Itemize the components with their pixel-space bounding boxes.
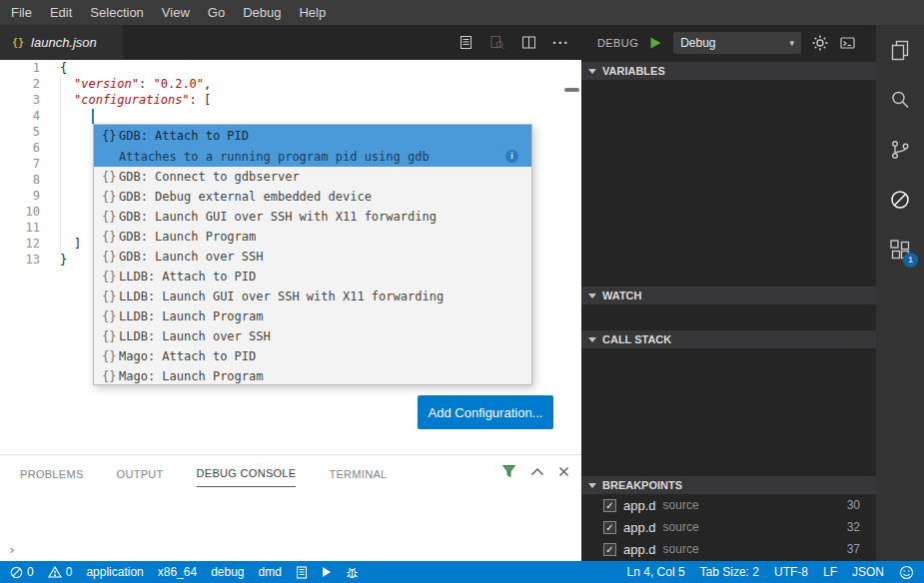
tab-debug-console[interactable]: DEBUG CONSOLE xyxy=(197,457,297,487)
section-variables[interactable]: VARIABLES xyxy=(581,62,876,80)
suggest-item[interactable]: {}GDB: Connect to gdbserver xyxy=(94,167,531,187)
suggest-item[interactable]: {}LLDB: Launch Program xyxy=(94,306,531,326)
status-bar-left: 0 0 application x86_64 debug dmd xyxy=(10,565,359,579)
maximize-panel-icon[interactable] xyxy=(530,467,544,476)
breakpoint-line: 30 xyxy=(847,498,860,512)
suggest-item[interactable]: {}LLDB: Launch over SSH xyxy=(94,326,531,346)
extensions-icon[interactable]: 1 xyxy=(876,225,924,275)
line-number: 13 xyxy=(0,252,40,268)
status-bar-right: Ln 4, Col 5 Tab Size: 2 UTF-8 LF JSON xyxy=(627,565,914,580)
menu-edit[interactable]: Edit xyxy=(41,0,81,25)
run-icon[interactable] xyxy=(322,566,332,578)
filter-icon[interactable] xyxy=(501,464,516,478)
bug-icon[interactable] xyxy=(346,566,359,579)
code-line: "version": "0.2.0", xyxy=(60,76,581,92)
suggest-item[interactable]: {}LLDB: Attach to PID xyxy=(94,267,531,287)
suggest-item[interactable]: {}GDB: Launch Program xyxy=(94,227,531,247)
text-cursor xyxy=(92,109,94,124)
breakpoint-checkbox[interactable]: ✓ xyxy=(603,499,616,512)
start-debug-button[interactable] xyxy=(649,36,662,50)
suggest-widget: {} GDB: Attach to PID Attaches to a runn… xyxy=(93,124,532,385)
suggest-item[interactable]: {}GDB: Launch over SSH xyxy=(94,247,531,267)
tab-terminal[interactable]: TERMINAL xyxy=(329,458,387,487)
cursor-position[interactable]: Ln 4, Col 5 xyxy=(627,565,685,579)
add-configuration-button[interactable]: Add Configuration... xyxy=(418,395,553,429)
debug-icon[interactable] xyxy=(876,175,924,225)
editor[interactable]: 1 2 3 4 5 6 7 8 9 10 11 12 13 { "version… xyxy=(0,60,581,454)
breakpoint-row[interactable]: ✓ app.d source 32 xyxy=(581,516,876,538)
language-mode[interactable]: JSON xyxy=(852,565,884,579)
warning-count[interactable]: 0 xyxy=(48,565,73,579)
feedback-smiley-icon[interactable] xyxy=(899,565,914,580)
bottom-panel: PROBLEMS OUTPUT DEBUG CONSOLE TERMINAL › xyxy=(0,454,581,561)
status-arch[interactable]: x86_64 xyxy=(158,565,197,579)
suggest-label: GDB: Debug external embedded device xyxy=(119,190,372,204)
section-breakpoints[interactable]: BREAKPOINTS xyxy=(581,476,876,494)
status-application[interactable]: application xyxy=(86,565,143,579)
snippet-icon: {} xyxy=(102,349,119,363)
encoding[interactable]: UTF-8 xyxy=(774,565,808,579)
docs-icon[interactable] xyxy=(296,566,308,579)
chevron-expanded-icon xyxy=(588,483,596,488)
code-line: "configurations": [ xyxy=(60,92,581,108)
line-number: 1 xyxy=(0,60,40,76)
breakpoint-checkbox[interactable]: ✓ xyxy=(603,543,616,556)
chevron-expanded-icon xyxy=(588,293,596,298)
menu-view[interactable]: View xyxy=(153,0,199,25)
breakpoint-file: app.d xyxy=(623,520,656,535)
error-count[interactable]: 0 xyxy=(10,565,34,579)
split-editor-icon[interactable] xyxy=(521,35,536,50)
line-number: 12 xyxy=(0,236,40,252)
suggest-label: LLDB: Launch GUI over SSH with X11 forwa… xyxy=(119,290,444,303)
section-title: BREAKPOINTS xyxy=(602,479,682,491)
suggest-item[interactable]: {}LLDB: Launch GUI over SSH with X11 for… xyxy=(94,287,531,306)
tab-size[interactable]: Tab Size: 2 xyxy=(700,565,759,579)
tab-title: launch.json xyxy=(31,35,97,50)
debug-config-select[interactable]: Debug ▾ xyxy=(673,32,801,54)
suggest-item[interactable]: {}Mago: Launch Program xyxy=(94,366,531,385)
menu-selection[interactable]: Selection xyxy=(81,0,152,25)
snippet-icon: {} xyxy=(102,290,119,303)
open-preview-icon[interactable] xyxy=(459,35,473,50)
menu-debug[interactable]: Debug xyxy=(234,0,290,25)
search-icon[interactable] xyxy=(876,75,924,125)
suggest-item[interactable]: {}GDB: Debug external embedded device xyxy=(94,187,531,207)
debug-toolbar: DEBUG Debug ▾ xyxy=(581,25,876,60)
snippet-icon: {} xyxy=(102,210,119,224)
tab-problems[interactable]: PROBLEMS xyxy=(20,458,84,487)
breakpoint-row[interactable]: ✓ app.d source 30 xyxy=(581,494,876,516)
explorer-icon[interactable] xyxy=(876,25,924,75)
search-preview-icon[interactable] xyxy=(489,35,505,51)
breakpoint-checkbox[interactable]: ✓ xyxy=(603,521,616,534)
suggest-item-selected[interactable]: {} GDB: Attach to PID Attaches to a runn… xyxy=(94,125,531,167)
line-number: 3 xyxy=(0,92,40,108)
tab-launch-json[interactable]: {} launch.json xyxy=(0,25,123,60)
section-watch[interactable]: WATCH xyxy=(581,287,876,304)
close-panel-icon[interactable] xyxy=(558,466,569,477)
status-compiler[interactable]: dmd xyxy=(259,565,282,579)
panel-tab-bar: PROBLEMS OUTPUT DEBUG CONSOLE TERMINAL xyxy=(0,455,581,489)
suggest-label: LLDB: Launch over SSH xyxy=(119,329,271,343)
info-icon[interactable]: i xyxy=(505,150,518,163)
eol[interactable]: LF xyxy=(823,565,837,579)
section-call-stack[interactable]: CALL STACK xyxy=(581,330,876,348)
breakpoint-origin: source xyxy=(663,520,699,534)
debug-console-input[interactable]: › xyxy=(0,489,581,561)
snippet-icon: {} xyxy=(102,170,119,184)
suggest-item[interactable]: {}Mago: Attach to PID xyxy=(94,346,531,366)
extensions-badge: 1 xyxy=(903,253,918,268)
menu-file[interactable]: File xyxy=(2,0,41,25)
menu-help[interactable]: Help xyxy=(290,0,335,25)
editor-actions: ··· xyxy=(459,25,581,60)
status-build-type[interactable]: debug xyxy=(211,565,244,579)
tab-output[interactable]: OUTPUT xyxy=(117,458,164,487)
menu-go[interactable]: Go xyxy=(199,0,234,25)
suggest-item[interactable]: {}GDB: Launch GUI over SSH with X11 forw… xyxy=(94,207,531,227)
source-control-icon[interactable] xyxy=(876,125,924,175)
gear-icon[interactable] xyxy=(812,35,828,51)
line-number: 6 xyxy=(0,140,40,156)
open-debug-console-icon[interactable] xyxy=(839,35,856,51)
editor-gutter[interactable]: 1 2 3 4 5 6 7 8 9 10 11 12 13 xyxy=(0,60,40,268)
more-actions-icon[interactable]: ··· xyxy=(552,35,569,51)
breakpoint-row[interactable]: ✓ app.d source 37 xyxy=(581,538,876,560)
